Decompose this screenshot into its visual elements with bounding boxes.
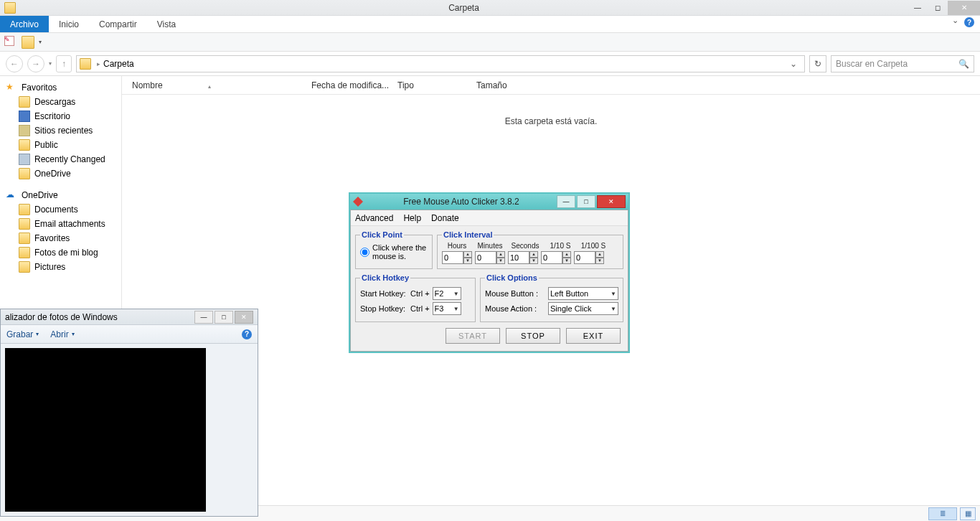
folder-icon (19, 168, 30, 179)
input-minutes[interactable] (475, 251, 496, 264)
pv-abrir-button[interactable]: Abrir▾ (50, 329, 74, 339)
group-click-point: Click Point Click where the mouse is. (355, 230, 433, 269)
sidebar-item-favorites[interactable]: Favorites (0, 231, 121, 245)
col-size[interactable]: Tamaño (476, 80, 534, 90)
input-hours[interactable] (442, 251, 463, 264)
nav-up-button[interactable]: ↑ (56, 55, 72, 72)
down-arrow-icon[interactable]: ▼ (496, 258, 505, 264)
properties-icon[interactable]: ✎ (4, 36, 17, 49)
spin-minutes[interactable]: ▲▼ (475, 251, 505, 264)
chevron-down-icon: ▼ (451, 291, 459, 297)
sidebar-item-descargas[interactable]: Descargas (0, 95, 121, 109)
ck-maximize-button[interactable]: □ (577, 195, 595, 208)
search-input[interactable]: Buscar en Carpeta 🔍 (831, 55, 974, 72)
select-mouse-button[interactable]: Left Button▼ (548, 287, 618, 300)
sort-icon: ▴ (208, 83, 211, 90)
sidebar-item-public[interactable]: Public (0, 138, 121, 152)
legend-click-hotkey: Click Hotkey (360, 273, 410, 282)
pv-minimize-button[interactable]: — (194, 311, 213, 324)
nav-back-button[interactable]: ← (6, 55, 23, 72)
menu-help[interactable]: Help (403, 213, 421, 223)
label-start-hotkey: Start Hotkey: (360, 289, 407, 298)
pv-close-button[interactable]: ✕ (235, 311, 253, 324)
diamond-icon (353, 197, 363, 207)
up-arrow-icon[interactable]: ▲ (529, 251, 538, 258)
stop-button[interactable]: STOP (506, 328, 560, 344)
radio-click-where-mouse[interactable]: Click where the mouse is. (360, 242, 428, 262)
menu-donate[interactable]: Donate (431, 213, 459, 223)
up-arrow-icon[interactable]: ▲ (562, 251, 571, 258)
photo-viewer-title: alizador de fotos de Windows (5, 312, 193, 322)
sidebar-item-fotos-blog[interactable]: Fotos de mi blog (0, 245, 121, 260)
photo-viewer-titlebar: alizador de fotos de Windows — □ ✕ (1, 309, 258, 325)
folder-icon (19, 204, 30, 215)
chevron-down-icon: ▼ (608, 291, 616, 297)
select-stop-hotkey[interactable]: F3▼ (433, 302, 461, 315)
folder-icon (19, 247, 30, 258)
select-start-hotkey[interactable]: F2▼ (433, 287, 461, 300)
label-mouse-button: Mouse Button : (485, 289, 545, 298)
tab-view[interactable]: Vista (147, 16, 186, 32)
sidebar-group-onedrive[interactable]: ☁ OneDrive (0, 188, 121, 202)
up-arrow-icon[interactable]: ▲ (463, 251, 472, 258)
spin-hund[interactable]: ▲▼ (574, 251, 604, 264)
photo-image (5, 348, 206, 512)
up-arrow-icon[interactable]: ▲ (496, 251, 505, 258)
nav-forward-button[interactable]: → (27, 55, 44, 72)
minimize-button[interactable]: — (908, 1, 928, 15)
ck-close-button[interactable]: ✕ (597, 195, 626, 208)
menu-advanced[interactable]: Advanced (355, 213, 393, 223)
new-folder-icon[interactable] (22, 36, 34, 49)
spin-tenth[interactable]: ▲▼ (541, 251, 571, 264)
qat-dropdown-icon[interactable]: ▾ (39, 39, 42, 45)
sidebar-item-recently-changed[interactable]: Recently Changed (0, 152, 121, 166)
nav-history-icon[interactable]: ▾ (49, 60, 52, 67)
sidebar-item-escritorio[interactable]: Escritorio (0, 109, 121, 123)
breadcrumb-dropdown-icon[interactable]: ⌄ (786, 59, 801, 69)
view-icons-button[interactable]: ▦ (960, 507, 976, 520)
view-details-button[interactable]: ≣ (928, 507, 957, 520)
hdr-hours: Hours (442, 242, 472, 250)
down-arrow-icon[interactable]: ▼ (463, 258, 472, 264)
sidebar-item-pictures[interactable]: Pictures (0, 260, 121, 274)
tab-file[interactable]: Archivo (0, 16, 49, 32)
input-seconds[interactable] (508, 251, 529, 264)
pv-grabar-button[interactable]: Grabar▾ (6, 329, 39, 339)
sidebar-item-documents[interactable]: Documents (0, 202, 121, 217)
down-arrow-icon[interactable]: ▼ (595, 258, 604, 264)
down-arrow-icon[interactable]: ▼ (529, 258, 538, 264)
folder-icon (19, 139, 30, 151)
folder-icon (4, 2, 16, 14)
input-hund[interactable] (574, 251, 595, 264)
col-name[interactable]: Nombre ▴ (132, 80, 311, 90)
col-type[interactable]: Tipo (397, 80, 476, 90)
input-tenth[interactable] (541, 251, 562, 264)
col-modified[interactable]: Fecha de modifica... (311, 80, 397, 90)
close-button[interactable]: ✕ (948, 1, 980, 15)
sidebar-item-sitios-recientes[interactable]: Sitios recientes (0, 123, 121, 138)
start-button[interactable]: START (446, 328, 500, 344)
select-mouse-action[interactable]: Single Click▼ (548, 302, 618, 315)
sidebar-item-email-attachments[interactable]: Email attachments (0, 217, 121, 231)
sidebar-item-onedrive-fav[interactable]: OneDrive (0, 166, 121, 181)
radio-input[interactable] (360, 248, 369, 257)
pv-maximize-button[interactable]: □ (215, 311, 233, 324)
spin-seconds[interactable]: ▲▼ (508, 251, 538, 264)
refresh-button[interactable]: ↻ (809, 55, 826, 72)
down-arrow-icon[interactable]: ▼ (562, 258, 571, 264)
hdr-tenth: 1/10 S (545, 242, 575, 250)
maximize-button[interactable]: ◻ (928, 1, 948, 15)
tab-share[interactable]: Compartir (89, 16, 147, 32)
spin-hours[interactable]: ▲▼ (442, 251, 472, 264)
sidebar-group-favorites[interactable]: ★ Favoritos (0, 80, 121, 95)
clicker-window: Free Mouse Auto Clicker 3.8.2 — □ ✕ Adva… (349, 192, 630, 353)
pv-help-button[interactable]: ? (242, 329, 252, 339)
tab-home[interactable]: Inicio (49, 16, 89, 32)
breadcrumb[interactable]: ▸ Carpeta ⌄ (76, 55, 805, 72)
exit-button[interactable]: EXIT (566, 328, 621, 344)
ribbon-expand-icon[interactable]: ⌄ (948, 16, 963, 32)
label-ctrl-plus: Ctrl + (410, 289, 430, 298)
up-arrow-icon[interactable]: ▲ (595, 251, 604, 258)
ck-minimize-button[interactable]: — (557, 195, 575, 208)
help-button[interactable]: ? (963, 16, 976, 29)
